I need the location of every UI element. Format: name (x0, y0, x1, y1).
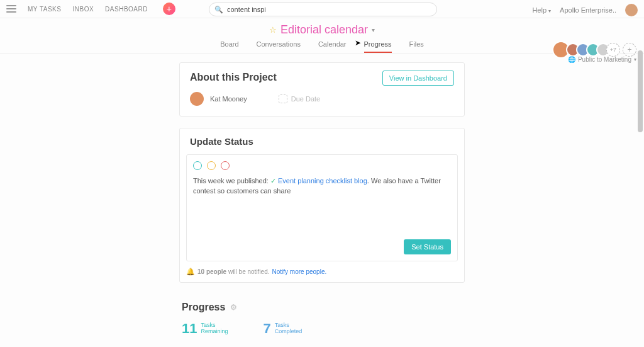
status-red[interactable] (221, 161, 230, 170)
view-dashboard-button[interactable]: View in Dashboard (382, 71, 454, 86)
globe-icon: 🌐 (568, 56, 575, 63)
tab-board[interactable]: Board (220, 40, 238, 53)
org-name[interactable]: Apollo Enterprise.. (560, 6, 616, 14)
bell-icon: 🔔 (186, 268, 195, 276)
add-member-button[interactable]: + (623, 43, 636, 57)
add-button[interactable]: + (163, 3, 175, 15)
nav-inbox[interactable]: INBOX (72, 6, 94, 13)
status-text[interactable]: This week we published: ✓ Event planning… (193, 176, 451, 196)
progress-title: Progress (182, 302, 225, 313)
search-icon: 🔍 (214, 6, 223, 14)
calendar-icon (279, 94, 287, 103)
scrollbar[interactable] (638, 50, 643, 132)
progress-chart: 11 (179, 344, 465, 347)
tab-calendar[interactable]: Calendar (318, 40, 347, 53)
tasks-remaining: 11 Tasks Remaining (182, 321, 228, 337)
tab-files[interactable]: Files (409, 40, 424, 53)
notify-count: 10 people (197, 268, 226, 275)
owner-name[interactable]: Kat Mooney (210, 95, 247, 103)
notify-suffix: will be notified. (226, 268, 269, 275)
status-editor[interactable]: This week we published: ✓ Event planning… (186, 154, 458, 261)
tasks-completed: 7 Tasks Completed (264, 321, 303, 337)
help-link[interactable]: Help ▾ (532, 6, 551, 14)
tab-conversations[interactable]: Conversations (257, 40, 301, 53)
gear-icon[interactable]: ⚙ (230, 303, 237, 312)
status-link[interactable]: Event planning checklist blog (278, 177, 367, 185)
set-status-button[interactable]: Set Status (404, 239, 451, 254)
menu-icon[interactable] (6, 5, 16, 13)
search-input[interactable] (209, 3, 437, 16)
nav-dashboard[interactable]: DASHBOARD (105, 6, 148, 13)
star-icon[interactable]: ☆ (269, 25, 277, 35)
check-icon: ✓ (270, 177, 278, 185)
status-title: Update Status (180, 128, 464, 149)
status-yellow[interactable] (207, 161, 216, 170)
tab-progress[interactable]: Progress (364, 40, 392, 53)
notify-more-link[interactable]: Notify more people. (272, 268, 327, 275)
project-title[interactable]: ☆ Editorial calendar ▾ (269, 23, 375, 37)
nav-my-tasks[interactable]: MY TASKS (28, 6, 61, 13)
due-date-button[interactable]: Due Date (279, 94, 320, 103)
owner-avatar[interactable] (190, 92, 204, 106)
member-overflow[interactable]: +7 (606, 43, 620, 57)
chevron-down-icon: ▾ (372, 26, 375, 33)
avatar[interactable] (625, 4, 638, 16)
visibility-selector[interactable]: 🌐 Public to Marketing ▾ (568, 56, 636, 63)
status-green[interactable] (193, 161, 202, 170)
